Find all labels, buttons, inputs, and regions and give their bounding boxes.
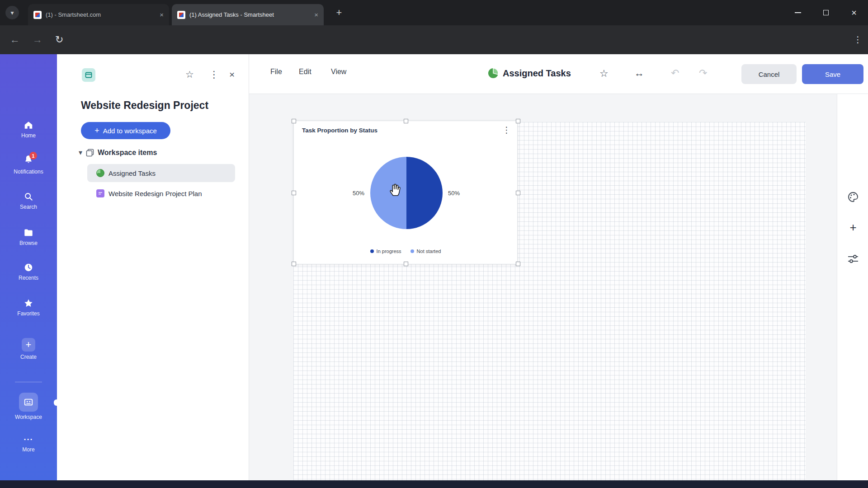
new-tab-icon[interactable]: + xyxy=(333,6,345,19)
panel-kebab-icon[interactable]: ⋮ xyxy=(209,69,219,80)
browser-tab-active[interactable]: (1) Assigned Tasks - Smartsheet × xyxy=(172,4,324,25)
reload-icon[interactable]: ↻ xyxy=(55,33,63,46)
legend-dot xyxy=(410,249,414,253)
chart-legend: In progress Not started xyxy=(294,249,517,254)
sidebar-item-browse[interactable]: Browse xyxy=(0,228,57,246)
home-icon xyxy=(24,120,33,130)
favorite-star-icon[interactable]: ☆ xyxy=(599,68,609,80)
sidebar-item-search[interactable]: Search xyxy=(0,192,57,210)
tree-item-assigned-tasks[interactable]: Assigned Tasks xyxy=(87,164,235,182)
window-controls: × xyxy=(784,0,868,25)
smartsheet-favicon xyxy=(33,11,42,19)
browser-toolbar: ← → ↻ app.smartsheet.com/dashboards/CfWg… xyxy=(0,25,868,54)
dashboard-pie-icon xyxy=(487,67,499,81)
add-widget-icon[interactable]: + xyxy=(847,221,859,233)
tab-search-icon[interactable]: ▾ xyxy=(5,6,19,19)
resize-width-icon[interactable]: ↔ xyxy=(634,67,644,79)
sheet-icon xyxy=(96,189,104,197)
widget-tools-strip: + xyxy=(837,94,868,480)
resize-handle[interactable] xyxy=(516,262,520,266)
legend-item: In progress xyxy=(370,249,401,254)
workspace-icon xyxy=(19,393,38,412)
resize-handle[interactable] xyxy=(516,191,520,195)
chevron-down-icon: ▾ xyxy=(79,148,82,157)
tree-item-project-plan[interactable]: Website Redesign Project Plan xyxy=(87,184,235,202)
resize-handle[interactable] xyxy=(404,262,408,266)
maximize-icon[interactable] xyxy=(812,0,840,25)
close-window-icon[interactable]: × xyxy=(840,0,868,25)
browser-tab[interactable]: (1) - Smartsheet.com × xyxy=(28,4,169,25)
favorite-star-icon[interactable]: ☆ xyxy=(185,69,194,80)
save-button[interactable]: Save xyxy=(802,64,863,84)
dashboard-title: Assigned Tasks xyxy=(503,68,571,79)
resize-handle[interactable] xyxy=(292,262,296,266)
smartsheet-favicon xyxy=(177,11,185,19)
workspace-app-icon xyxy=(82,68,95,82)
collection-icon xyxy=(86,149,94,157)
browser-menu-kebab-icon[interactable]: ⋮ xyxy=(854,33,862,46)
resize-handle[interactable] xyxy=(404,119,408,123)
dashboard-canvas: Task Proportion by Status ⋮ 50% 50% In p… xyxy=(249,94,868,480)
workspace-panel: ☆ ⋮ × Website Redesign Project + Add to … xyxy=(57,54,249,480)
back-icon[interactable]: ← xyxy=(10,33,20,46)
pie-value-label-right: 50% xyxy=(448,190,460,197)
plus-icon: + xyxy=(94,126,99,136)
menu-edit[interactable]: Edit xyxy=(299,68,311,76)
widget-title: Task Proportion by Status xyxy=(302,127,377,134)
more-dots-icon: ··· xyxy=(24,435,33,444)
dashboard-header: File Edit View Assigned Tasks ☆ ↔ ↶ ↷ Ca… xyxy=(249,54,868,94)
legend-item: Not started xyxy=(410,249,441,254)
cancel-button[interactable]: Cancel xyxy=(741,64,797,84)
tab-title: (1) - Smartsheet.com xyxy=(46,11,155,18)
resize-handle[interactable] xyxy=(292,119,296,123)
pie-chart[interactable] xyxy=(370,157,443,229)
workspace-items-header[interactable]: ▾ Workspace items xyxy=(79,148,157,157)
pie-value-label-left: 50% xyxy=(353,190,364,197)
tab-close-icon[interactable]: × xyxy=(160,11,164,19)
legend-dot xyxy=(370,249,374,253)
sidebar-item-workspace[interactable]: Workspace xyxy=(0,393,57,420)
widget-menu-kebab-icon[interactable]: ⋮ xyxy=(502,125,511,135)
sidebar-item-notifications[interactable]: 1 Notifications xyxy=(0,155,57,175)
pie-chart-icon xyxy=(96,169,104,177)
panel-close-icon[interactable]: × xyxy=(229,69,235,80)
undo-icon[interactable]: ↶ xyxy=(671,67,679,79)
redo-icon[interactable]: ↷ xyxy=(699,67,707,79)
app-sidebar: Home 1 Notifications Search Browse Recen… xyxy=(0,54,57,480)
filter-settings-icon[interactable] xyxy=(847,253,859,267)
menu-file[interactable]: File xyxy=(270,68,282,76)
workspace-title: Website Redesign Project xyxy=(81,99,208,112)
star-icon xyxy=(24,298,33,308)
sidebar-divider xyxy=(15,382,42,382)
browser-tab-strip: ▾ (1) - Smartsheet.com × (1) Assigned Ta… xyxy=(0,0,868,25)
tab-close-icon[interactable]: × xyxy=(314,11,318,19)
sidebar-item-favorites[interactable]: Favorites xyxy=(0,298,57,317)
sidebar-item-recents[interactable]: Recents xyxy=(0,263,57,281)
minimize-icon[interactable] xyxy=(784,0,812,25)
search-icon xyxy=(24,192,33,202)
resize-handle[interactable] xyxy=(292,191,296,195)
theme-palette-icon[interactable] xyxy=(847,191,859,205)
chart-widget[interactable]: Task Proportion by Status ⋮ 50% 50% In p… xyxy=(293,121,518,264)
notification-badge: 1 xyxy=(29,152,37,160)
bottom-edge-strip xyxy=(0,480,868,488)
sidebar-item-home[interactable]: Home xyxy=(0,120,57,139)
tab-title: (1) Assigned Tasks - Smartsheet xyxy=(189,11,310,18)
add-to-workspace-button[interactable]: + Add to workspace xyxy=(81,122,170,139)
sidebar-item-create[interactable]: + Create xyxy=(0,338,57,360)
forward-icon[interactable]: → xyxy=(33,33,42,46)
sidebar-item-more[interactable]: ··· More xyxy=(0,435,57,453)
menu-view[interactable]: View xyxy=(331,68,346,76)
folder-icon xyxy=(24,228,33,238)
resize-handle[interactable] xyxy=(516,119,520,123)
clock-icon xyxy=(24,263,33,272)
plus-icon: + xyxy=(22,338,35,352)
